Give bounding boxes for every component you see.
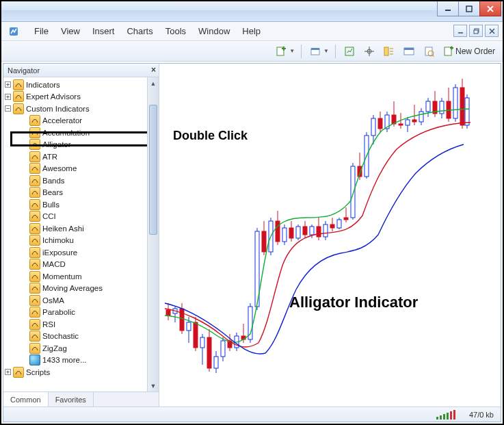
indicator-icon (29, 343, 40, 354)
tree-item-label: Accumulation (42, 129, 90, 137)
window-maximize-button[interactable] (458, 1, 480, 16)
scroll-down-button[interactable]: ▼ (148, 380, 159, 391)
svg-rect-28 (207, 337, 211, 368)
tree-item[interactable]: Accelerator (3, 115, 147, 127)
svg-rect-60 (317, 227, 321, 237)
tree-item[interactable]: Bears (3, 187, 147, 199)
market-watch-button[interactable] (341, 43, 358, 60)
indicator-icon (29, 319, 40, 330)
tree-item[interactable]: Moving Averages (3, 283, 147, 295)
menu-tools[interactable]: Tools (165, 26, 186, 36)
content-row: Navigator × +Indicators+Expert Advisors−… (3, 64, 501, 407)
svg-rect-56 (303, 227, 307, 235)
indicator-icon (13, 367, 24, 378)
window-controls (438, 1, 501, 16)
navigator-toggle-button[interactable] (380, 43, 398, 60)
tree-item-label: MACD (42, 260, 66, 268)
indicator-icon (29, 151, 40, 162)
tree-item-label: Awesome (42, 164, 77, 172)
tree-item[interactable]: Stochastic (3, 331, 147, 343)
profile-button[interactable]: ▼ (306, 43, 332, 60)
tree-item-label: Momentum (42, 272, 82, 281)
tree-item[interactable]: +Indicators (3, 79, 147, 91)
tree-item-label: RSI (42, 320, 55, 329)
window-minimize-button[interactable] (437, 1, 459, 16)
tree-item[interactable]: Heiken Ashi (3, 222, 147, 235)
new-order-button[interactable]: New Order (440, 43, 499, 60)
menu-charts[interactable]: Charts (127, 26, 152, 36)
tab-favorites[interactable]: Favorites (49, 392, 94, 407)
indicator-icon (29, 163, 40, 174)
mdi-restore-button[interactable] (469, 25, 483, 37)
new-chart-button[interactable]: ▼ (272, 43, 298, 60)
tree-item[interactable]: +Scripts (3, 366, 147, 378)
tree-toggle-icon[interactable]: − (5, 105, 11, 112)
tree-item-label: Stochastic (42, 332, 79, 340)
tree-item[interactable]: Alligator (3, 139, 147, 151)
menu-help[interactable]: Help (242, 26, 261, 36)
tree-item[interactable]: Accumulation (3, 127, 147, 139)
navigator-close-button[interactable]: × (151, 65, 156, 75)
indicator-icon (13, 79, 24, 90)
indicator-icon (29, 223, 40, 234)
svg-rect-24 (194, 322, 198, 348)
mdi-minimize-button[interactable] (453, 25, 467, 37)
new-order-label: New Order (455, 47, 495, 56)
tree-toggle-icon[interactable]: + (5, 94, 11, 100)
svg-rect-86 (406, 120, 410, 125)
strategy-tester-button[interactable] (420, 43, 438, 60)
tab-common[interactable]: Common (3, 392, 49, 407)
tree-item[interactable]: Bulls (3, 198, 147, 211)
svg-rect-76 (371, 118, 375, 136)
mdi-close-button[interactable] (485, 25, 499, 37)
tree-item[interactable]: MACD (3, 259, 147, 271)
tree-item[interactable]: Parabolic (3, 307, 147, 319)
svg-rect-11 (404, 48, 414, 50)
tree-item-label: Bands (42, 177, 65, 185)
tree-item[interactable]: Ichimoku (3, 235, 147, 247)
tree-item-label: CCI (42, 212, 56, 220)
tree-item-label: Bulls (42, 201, 59, 209)
tree-item[interactable]: RSI (3, 318, 147, 331)
tree-item[interactable]: Bands (3, 175, 147, 187)
svg-rect-54 (296, 227, 300, 238)
tree-item[interactable]: Momentum (3, 270, 147, 283)
tree-item[interactable]: OsMA (3, 294, 147, 307)
indicator-icon (13, 103, 24, 114)
tree-item[interactable]: ATR (3, 151, 147, 163)
navigator-header: Navigator × (3, 64, 159, 77)
menu-window[interactable]: Window (198, 26, 230, 36)
tree-item[interactable]: −Custom Indicators (3, 103, 147, 115)
menu-file[interactable]: File (34, 26, 49, 36)
navigator-scrollbar[interactable]: ▲ ▼ (147, 77, 159, 391)
svg-rect-58 (310, 227, 314, 235)
svg-rect-88 (412, 120, 416, 122)
indicator-icon (29, 283, 40, 294)
chart-area[interactable]: Double Click Alligator Indicator (159, 64, 501, 407)
tree-item[interactable]: iExposure (3, 246, 147, 259)
navigator-tree[interactable]: +Indicators+Expert Advisors−Custom Indic… (3, 77, 147, 391)
indicator-icon (29, 247, 40, 258)
tree-item[interactable]: +Expert Advisors (3, 91, 147, 103)
tree-item-label: Scripts (26, 368, 50, 376)
data-window-button[interactable] (360, 43, 378, 60)
status-bar: 47/0 kb (3, 407, 501, 422)
tree-toggle-icon[interactable]: + (5, 369, 11, 375)
menu-view[interactable]: View (61, 26, 80, 36)
indicator-icon (29, 259, 40, 270)
window-close-button[interactable] (479, 1, 501, 16)
svg-rect-52 (289, 228, 293, 238)
terminal-button[interactable] (400, 43, 418, 60)
tree-item-label: ATR (42, 153, 57, 161)
svg-rect-16 (166, 310, 170, 315)
navigator-tabs: Common Favorites (3, 391, 159, 407)
tree-item[interactable]: 1433 more... (3, 355, 147, 367)
indicator-icon (29, 127, 40, 138)
tree-item[interactable]: CCI (3, 211, 147, 223)
tree-toggle-icon[interactable]: + (5, 81, 11, 88)
menu-insert[interactable]: Insert (92, 26, 115, 36)
scroll-thumb[interactable] (149, 105, 157, 235)
tree-item[interactable]: ZigZag (3, 342, 147, 355)
scroll-up-button[interactable]: ▲ (148, 77, 159, 89)
tree-item[interactable]: Awesome (3, 163, 147, 175)
